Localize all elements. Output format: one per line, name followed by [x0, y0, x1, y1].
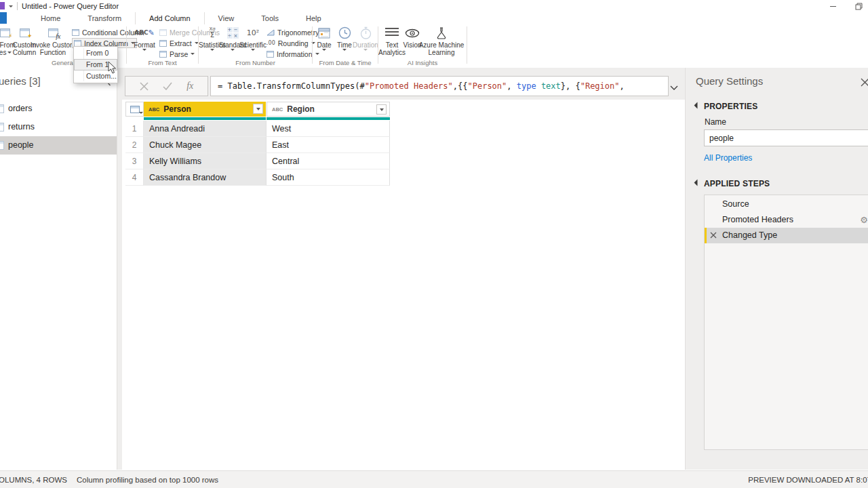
ribbon: ⚡ n From les ✦ Custom Column fx Invoke C… [0, 24, 868, 68]
title-separator [17, 2, 18, 10]
status-columns-rows: OLUMNS, 4 ROWS [0, 471, 67, 488]
cell-region-2[interactable]: East [267, 137, 390, 153]
selected-step-accent [705, 228, 707, 243]
dropdown-caret-icon [139, 112, 143, 114]
clock-icon [338, 26, 351, 39]
dropdown-caret-icon [322, 49, 326, 51]
column-header-region[interactable]: ABC Region [267, 102, 390, 117]
filter-caret-icon [256, 108, 260, 110]
close-icon [861, 78, 868, 87]
tab-transform[interactable]: Transform [74, 12, 135, 24]
table-icon [130, 106, 140, 113]
invoke-custom-function-button[interactable]: fx Invoke Custom Function [34, 26, 72, 56]
cell-person-4[interactable]: Cassandra Brandow [144, 169, 267, 186]
query-table-icon [0, 104, 4, 113]
tab-tools[interactable]: Tools [248, 12, 292, 24]
mouse-cursor [107, 61, 117, 75]
tab-help[interactable]: Help [292, 12, 335, 24]
scientific-button[interactable]: 10² Scientific [241, 26, 265, 51]
dropdown-caret-icon [210, 49, 214, 51]
text-type-icon: ABC [272, 106, 283, 113]
queries-pane-title: ueries [3] [0, 75, 41, 87]
delete-step-icon[interactable] [710, 232, 717, 239]
formula-bar-zone: fx = Table.TransformColumnTypes(#"Promot… [122, 68, 685, 100]
cell-region-4[interactable]: South [267, 169, 390, 186]
tab-view[interactable]: View [205, 12, 248, 24]
column-quality-bar [144, 117, 266, 120]
expander-triangle-icon[interactable] [694, 180, 701, 186]
format-button[interactable]: ABC ✎ Format [130, 26, 159, 51]
group-label-from-number: From Number [199, 59, 312, 66]
tab-home[interactable]: Home [27, 12, 74, 24]
query-item-people[interactable]: people [0, 136, 117, 155]
ribbon-group-from-datetime: Date Time Duration From Date & Time [313, 24, 378, 68]
information-button[interactable]: Information [267, 49, 319, 59]
dropdown-caret-icon [191, 53, 195, 55]
time-button[interactable]: Time [334, 26, 355, 51]
duration-button[interactable]: Duration [355, 26, 376, 51]
filter-dropdown-button[interactable] [253, 104, 263, 114]
tab-add-column[interactable]: Add Column [135, 12, 205, 24]
text-lines-icon [385, 28, 399, 38]
window-title: Untitled - Power Query Editor [22, 0, 119, 12]
select-all-corner-button[interactable] [125, 102, 144, 117]
group-label-from-text: From Text [127, 59, 198, 66]
table-fx-icon: fx [48, 28, 58, 37]
filter-dropdown-button[interactable] [376, 104, 387, 115]
query-table-icon [0, 141, 4, 150]
date-button[interactable]: Date [314, 26, 334, 51]
data-preview-grid: ABC Person ABC Region 1 Anna Andreadi We… [122, 100, 685, 470]
cell-region-3[interactable]: Central [267, 153, 390, 169]
query-item-orders[interactable]: orders [0, 100, 117, 118]
step-source[interactable]: Source [705, 197, 868, 212]
quick-access-dropdown-icon[interactable] [9, 5, 13, 7]
calendar-icon [318, 27, 330, 39]
row-number[interactable]: 4 [125, 169, 144, 186]
name-input[interactable] [704, 129, 868, 146]
chevron-down-icon [670, 85, 678, 90]
cell-region-1[interactable]: West [267, 121, 390, 137]
row-number[interactable]: 1 [125, 121, 144, 137]
cell-person-3[interactable]: Kelly Williams [144, 153, 267, 169]
status-profiling[interactable]: Column profiling based on top 1000 rows [77, 471, 218, 488]
query-item-returns[interactable]: returns [0, 118, 117, 136]
trigonometry-icon [267, 29, 275, 36]
cell-person-1[interactable]: Anna Andreadi [144, 121, 267, 137]
query-settings-pane: Query Settings PROPERTIES Name All Prope… [685, 68, 868, 470]
fx-icon: fx [186, 81, 193, 92]
flask-icon [436, 26, 447, 39]
group-separator [467, 26, 467, 64]
rounding-button[interactable]: .00 Rounding [267, 38, 315, 48]
name-label: Name [705, 117, 726, 127]
row-number[interactable]: 3 [125, 153, 144, 169]
azure-machine-learning-button[interactable]: Azure Machine Learning [420, 26, 462, 56]
index-column-icon [74, 40, 81, 47]
merge-columns-icon [159, 29, 167, 36]
cancel-icon[interactable] [140, 82, 149, 91]
column-header-person[interactable]: ABC Person [144, 102, 266, 117]
gear-icon[interactable]: ⚙ [860, 212, 868, 228]
extract-button[interactable]: Extract [159, 38, 199, 48]
file-tab[interactable] [0, 12, 7, 24]
formula-expand-button[interactable] [670, 81, 678, 93]
rounding-icon: .00 [267, 41, 275, 46]
applied-steps-list: Source Promoted Headers ⚙ Changed Type [704, 195, 868, 450]
dropdown-caret-icon [251, 49, 255, 51]
menu-item-from-0[interactable]: From 0 [74, 47, 117, 59]
parse-icon [159, 51, 167, 58]
formula-input[interactable]: = Table.TransformColumnTypes(#"Promoted … [210, 76, 669, 96]
commit-check-icon[interactable] [163, 82, 172, 90]
minimize-button[interactable] [823, 0, 843, 12]
conditional-column-icon [72, 29, 79, 36]
parse-button[interactable]: Parse [159, 49, 195, 59]
pencil-icon: ✎ [149, 29, 155, 37]
cell-person-2[interactable]: Chuck Magee [144, 137, 267, 153]
step-changed-type[interactable]: Changed Type [705, 228, 868, 243]
row-number[interactable]: 2 [125, 137, 144, 153]
close-pane-button[interactable] [861, 77, 868, 89]
step-promoted-headers[interactable]: Promoted Headers ⚙ [705, 212, 868, 228]
column-quality-bar [267, 117, 390, 120]
restore-button[interactable] [848, 0, 868, 12]
all-properties-link[interactable]: All Properties [704, 153, 752, 163]
expander-triangle-icon[interactable] [694, 102, 701, 109]
